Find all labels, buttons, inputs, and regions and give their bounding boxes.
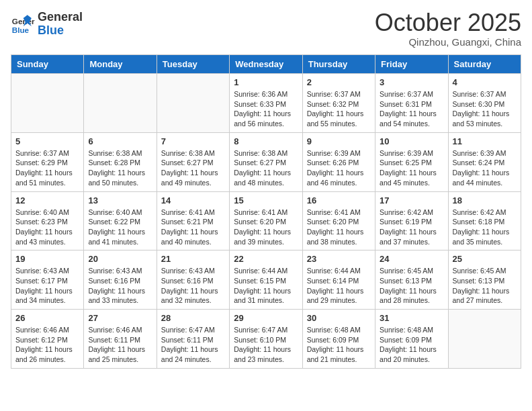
weekday-header-friday: Friday [375, 55, 448, 74]
day-info: Sunrise: 6:37 AM Sunset: 6:32 PM Dayligh… [307, 89, 371, 129]
day-number: 31 [380, 313, 443, 323]
day-cell-24: 24Sunrise: 6:45 AM Sunset: 6:13 PM Dayli… [375, 250, 448, 310]
calendar-table: SundayMondayTuesdayWednesdayThursdayFrid… [11, 54, 521, 369]
day-number: 28 [161, 313, 225, 323]
day-info: Sunrise: 6:41 AM Sunset: 6:21 PM Dayligh… [161, 208, 225, 247]
day-number: 24 [380, 254, 443, 264]
logo-icon: General Blue [11, 12, 35, 36]
day-info: Sunrise: 6:41 AM Sunset: 6:20 PM Dayligh… [234, 208, 298, 247]
day-number: 30 [307, 313, 371, 323]
day-info: Sunrise: 6:46 AM Sunset: 6:11 PM Dayligh… [88, 325, 152, 365]
day-cell-28: 28Sunrise: 6:47 AM Sunset: 6:11 PM Dayli… [157, 310, 229, 369]
day-number: 3 [380, 77, 443, 87]
logo: General Blue General Blue [11, 11, 83, 38]
day-number: 21 [161, 254, 225, 264]
day-info: Sunrise: 6:46 AM Sunset: 6:12 PM Dayligh… [15, 325, 79, 365]
day-info: Sunrise: 6:37 AM Sunset: 6:29 PM Dayligh… [15, 148, 79, 188]
day-number: 16 [307, 195, 371, 205]
day-number: 6 [88, 136, 152, 146]
week-row-2: 5Sunrise: 6:37 AM Sunset: 6:29 PM Daylig… [11, 132, 521, 191]
day-number: 29 [234, 313, 298, 323]
day-info: Sunrise: 6:38 AM Sunset: 6:27 PM Dayligh… [234, 148, 298, 188]
day-cell-11: 11Sunrise: 6:39 AM Sunset: 6:24 PM Dayli… [448, 132, 521, 191]
day-number: 11 [453, 136, 517, 146]
day-number: 12 [15, 195, 79, 205]
weekday-header-row: SundayMondayTuesdayWednesdayThursdayFrid… [11, 55, 521, 74]
day-cell-26: 26Sunrise: 6:46 AM Sunset: 6:12 PM Dayli… [11, 310, 84, 369]
day-cell-3: 3Sunrise: 6:37 AM Sunset: 6:31 PM Daylig… [375, 74, 448, 133]
week-row-5: 26Sunrise: 6:46 AM Sunset: 6:12 PM Dayli… [11, 310, 521, 369]
day-cell-12: 12Sunrise: 6:40 AM Sunset: 6:23 PM Dayli… [11, 191, 84, 250]
weekday-header-wednesday: Wednesday [230, 55, 302, 74]
day-cell-13: 13Sunrise: 6:40 AM Sunset: 6:22 PM Dayli… [84, 191, 157, 250]
day-info: Sunrise: 6:38 AM Sunset: 6:27 PM Dayligh… [161, 148, 225, 188]
day-cell-14: 14Sunrise: 6:41 AM Sunset: 6:21 PM Dayli… [157, 191, 229, 250]
day-info: Sunrise: 6:42 AM Sunset: 6:19 PM Dayligh… [380, 208, 443, 247]
day-cell-23: 23Sunrise: 6:44 AM Sunset: 6:14 PM Dayli… [302, 250, 375, 310]
day-cell-27: 27Sunrise: 6:46 AM Sunset: 6:11 PM Dayli… [84, 310, 157, 369]
day-cell-19: 19Sunrise: 6:43 AM Sunset: 6:17 PM Dayli… [11, 250, 84, 310]
day-number: 18 [453, 195, 517, 205]
day-number: 1 [234, 77, 298, 87]
day-number: 26 [15, 313, 79, 323]
week-row-1: 1Sunrise: 6:36 AM Sunset: 6:33 PM Daylig… [11, 74, 521, 133]
day-cell-9: 9Sunrise: 6:39 AM Sunset: 6:26 PM Daylig… [302, 132, 375, 191]
empty-cell [448, 310, 521, 369]
day-info: Sunrise: 6:44 AM Sunset: 6:14 PM Dayligh… [307, 266, 371, 306]
logo-blue: Blue [38, 24, 64, 37]
day-info: Sunrise: 6:45 AM Sunset: 6:13 PM Dayligh… [453, 266, 517, 306]
day-cell-7: 7Sunrise: 6:38 AM Sunset: 6:27 PM Daylig… [157, 132, 229, 191]
day-cell-30: 30Sunrise: 6:48 AM Sunset: 6:09 PM Dayli… [302, 310, 375, 369]
day-number: 4 [453, 77, 517, 87]
day-number: 15 [234, 195, 298, 205]
day-info: Sunrise: 6:39 AM Sunset: 6:24 PM Dayligh… [453, 148, 517, 188]
svg-text:Blue: Blue [12, 25, 30, 34]
day-cell-10: 10Sunrise: 6:39 AM Sunset: 6:25 PM Dayli… [375, 132, 448, 191]
day-cell-22: 22Sunrise: 6:44 AM Sunset: 6:15 PM Dayli… [230, 250, 302, 310]
page-header: General Blue General Blue October 2025 Q… [11, 11, 521, 48]
day-info: Sunrise: 6:39 AM Sunset: 6:25 PM Dayligh… [380, 148, 443, 188]
day-number: 14 [161, 195, 225, 205]
weekday-header-tuesday: Tuesday [157, 55, 229, 74]
day-info: Sunrise: 6:39 AM Sunset: 6:26 PM Dayligh… [307, 148, 371, 188]
weekday-header-thursday: Thursday [302, 55, 375, 74]
day-cell-21: 21Sunrise: 6:43 AM Sunset: 6:16 PM Dayli… [157, 250, 229, 310]
day-info: Sunrise: 6:37 AM Sunset: 6:30 PM Dayligh… [453, 89, 517, 129]
day-cell-6: 6Sunrise: 6:38 AM Sunset: 6:28 PM Daylig… [84, 132, 157, 191]
day-info: Sunrise: 6:43 AM Sunset: 6:16 PM Dayligh… [161, 266, 225, 306]
day-info: Sunrise: 6:42 AM Sunset: 6:18 PM Dayligh… [453, 208, 517, 247]
weekday-header-sunday: Sunday [11, 55, 84, 74]
day-info: Sunrise: 6:45 AM Sunset: 6:13 PM Dayligh… [380, 266, 443, 306]
day-number: 17 [380, 195, 443, 205]
day-number: 8 [234, 136, 298, 146]
title-block: October 2025 Qinzhou, Guangxi, China [375, 11, 521, 48]
weekday-header-monday: Monday [84, 55, 157, 74]
day-cell-31: 31Sunrise: 6:48 AM Sunset: 6:09 PM Dayli… [375, 310, 448, 369]
day-number: 10 [380, 136, 443, 146]
day-number: 13 [88, 195, 152, 205]
empty-cell [11, 74, 84, 133]
day-cell-17: 17Sunrise: 6:42 AM Sunset: 6:19 PM Dayli… [375, 191, 448, 250]
day-info: Sunrise: 6:40 AM Sunset: 6:23 PM Dayligh… [15, 208, 79, 247]
day-number: 5 [15, 136, 79, 146]
day-cell-8: 8Sunrise: 6:38 AM Sunset: 6:27 PM Daylig… [230, 132, 302, 191]
day-cell-15: 15Sunrise: 6:41 AM Sunset: 6:20 PM Dayli… [230, 191, 302, 250]
day-info: Sunrise: 6:48 AM Sunset: 6:09 PM Dayligh… [380, 325, 443, 365]
day-cell-29: 29Sunrise: 6:47 AM Sunset: 6:10 PM Dayli… [230, 310, 302, 369]
day-cell-2: 2Sunrise: 6:37 AM Sunset: 6:32 PM Daylig… [302, 74, 375, 133]
day-info: Sunrise: 6:41 AM Sunset: 6:20 PM Dayligh… [307, 208, 371, 247]
day-number: 27 [88, 313, 152, 323]
day-cell-4: 4Sunrise: 6:37 AM Sunset: 6:30 PM Daylig… [448, 74, 521, 133]
day-cell-5: 5Sunrise: 6:37 AM Sunset: 6:29 PM Daylig… [11, 132, 84, 191]
day-info: Sunrise: 6:48 AM Sunset: 6:09 PM Dayligh… [307, 325, 371, 365]
day-info: Sunrise: 6:43 AM Sunset: 6:16 PM Dayligh… [88, 266, 152, 306]
day-info: Sunrise: 6:44 AM Sunset: 6:15 PM Dayligh… [234, 266, 298, 306]
empty-cell [84, 74, 157, 133]
day-info: Sunrise: 6:47 AM Sunset: 6:11 PM Dayligh… [161, 325, 225, 365]
day-number: 22 [234, 254, 298, 264]
day-number: 2 [307, 77, 371, 87]
day-cell-18: 18Sunrise: 6:42 AM Sunset: 6:18 PM Dayli… [448, 191, 521, 250]
day-number: 20 [88, 254, 152, 264]
day-number: 9 [307, 136, 371, 146]
day-info: Sunrise: 6:40 AM Sunset: 6:22 PM Dayligh… [88, 208, 152, 247]
